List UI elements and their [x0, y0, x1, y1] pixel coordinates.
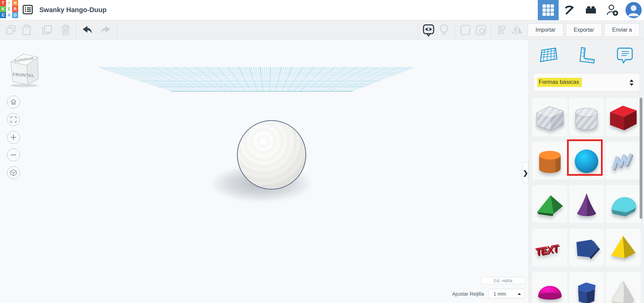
- cylinder-shape-icon: [532, 142, 567, 179]
- polygon-shape-icon: [569, 229, 604, 266]
- logo-tile-R: R: [12, 6, 18, 12]
- shape-tile-roof[interactable]: [532, 185, 567, 223]
- panel-scrollbar[interactable]: [640, 98, 642, 219]
- tools-group: Importar Exportar Enviar a: [415, 20, 640, 39]
- design-title[interactable]: Swanky Hango-Duup: [39, 6, 107, 14]
- text-shape-icon: TEXT TEXT: [532, 229, 567, 266]
- panel-tools: [529, 43, 644, 67]
- zoom-out-button[interactable]: [7, 148, 20, 161]
- snap-grid-value: 1 mm: [493, 291, 506, 297]
- export-button[interactable]: Exportar: [566, 23, 602, 37]
- workplane-tool-button[interactable]: [534, 43, 563, 67]
- workplane-view-button[interactable]: [421, 22, 436, 38]
- shape-category-select[interactable]: Formas básicas: [533, 73, 640, 92]
- fit-view-button[interactable]: [7, 113, 20, 126]
- logo-tile-K: K: [0, 6, 6, 12]
- add-person-button[interactable]: [602, 0, 623, 20]
- grid-tiles-icon: [542, 4, 554, 16]
- paraboloid-shape-icon: [606, 272, 641, 303]
- paste-button[interactable]: [19, 22, 34, 38]
- logo-tile-C: C: [0, 12, 6, 18]
- panel-collapse-handle[interactable]: ❯: [523, 162, 528, 183]
- workplane-grid[interactable]: [98, 67, 417, 92]
- zoom-out-icon: [9, 151, 17, 159]
- perspective-icon: [9, 168, 18, 177]
- shape-tile-paraboloid[interactable]: [606, 272, 641, 303]
- edit-grid-button[interactable]: Ed. rejilla: [481, 277, 525, 284]
- hex-prism-shape-icon: [569, 272, 604, 303]
- account-avatar[interactable]: [623, 0, 644, 20]
- notes-tool-button[interactable]: [610, 43, 639, 67]
- perspective-toggle-button[interactable]: [7, 166, 20, 179]
- shape-tile-box[interactable]: [606, 98, 641, 136]
- align-icon: [495, 24, 508, 36]
- shape-category-value: Formas básicas: [537, 78, 582, 87]
- workplane-view-icon: [421, 23, 436, 37]
- shape-tile-pyramid[interactable]: [606, 229, 641, 266]
- minecraft-export-button[interactable]: [559, 0, 580, 20]
- sphere-object[interactable]: [237, 120, 306, 190]
- zoom-in-button[interactable]: [7, 131, 20, 144]
- separator: [418, 20, 418, 40]
- shape-tile-hex-prism[interactable]: [569, 272, 604, 303]
- pyramid-shape-icon: [606, 229, 641, 266]
- shapes-panel: Formas básicas TEXT TEXT: [528, 40, 644, 303]
- copy-button[interactable]: [3, 22, 19, 38]
- fit-view-icon: [9, 115, 17, 124]
- home-view-button[interactable]: [7, 96, 20, 108]
- ruler-tool-button[interactable]: [572, 43, 601, 67]
- header-actions: [538, 0, 644, 20]
- shape-tile-round-roof[interactable]: [606, 185, 641, 223]
- shape-gallery: TEXT TEXT: [532, 98, 641, 303]
- trash-icon: [59, 23, 72, 37]
- shape-tile-box-hole[interactable]: [532, 98, 567, 136]
- light-bulb-icon: [437, 23, 451, 37]
- shape-tile-sphere[interactable]: [569, 142, 604, 179]
- notes-tool-icon: [615, 45, 634, 65]
- brick-export-button[interactable]: [580, 0, 602, 20]
- dashboard-grid-button[interactable]: [538, 0, 559, 20]
- my-designs-list-icon[interactable]: [22, 5, 34, 15]
- import-button[interactable]: Importar: [528, 23, 563, 37]
- clipboard-group: [0, 20, 120, 39]
- hole-shape-icon: [474, 23, 487, 37]
- undo-button[interactable]: [79, 22, 94, 38]
- light-bulb-button[interactable]: [436, 22, 452, 38]
- view-cube[interactable]: SUPERIOR FRONTAL: [7, 50, 41, 88]
- shape-tile-polygon[interactable]: [569, 229, 604, 266]
- delete-button[interactable]: [58, 22, 73, 38]
- shape-tile-text[interactable]: TEXT TEXT: [532, 229, 567, 266]
- box-shape-icon: [606, 98, 641, 136]
- select-arrows-icon: [629, 79, 634, 87]
- logo-tile-D: D: [12, 12, 18, 18]
- separator: [76, 20, 76, 40]
- shape-tile-scribble[interactable]: [606, 142, 641, 179]
- align-button[interactable]: [494, 22, 510, 38]
- duplicate-button[interactable]: [39, 22, 54, 38]
- copy-icon: [5, 24, 17, 36]
- separator: [454, 20, 455, 40]
- hole-shape-button[interactable]: [473, 22, 488, 38]
- shape-tile-cylinder-hole[interactable]: [569, 98, 604, 136]
- logo-tile-A: A: [6, 12, 12, 18]
- caret-up-icon: [518, 293, 521, 295]
- add-person-icon: [605, 3, 619, 17]
- ruler-tool-icon: [577, 45, 596, 65]
- lego-brick-icon: [584, 3, 598, 17]
- redo-button[interactable]: [98, 22, 114, 38]
- redo-icon: [99, 23, 113, 37]
- paste-icon: [20, 24, 33, 36]
- viewport-3d[interactable]: SUPERIOR FRONTAL: [0, 40, 528, 303]
- tinkercad-logo[interactable]: TINKERCAD: [0, 0, 18, 18]
- shape-tile-cone[interactable]: [569, 185, 604, 223]
- logo-tile-I: I: [6, 0, 12, 6]
- send-to-button[interactable]: Enviar a: [604, 23, 640, 37]
- avatar-icon: [625, 1, 642, 19]
- shape-tile-half-sphere[interactable]: [532, 272, 567, 303]
- solid-shape-button[interactable]: [457, 22, 473, 38]
- snap-grid-select[interactable]: 1 mm: [488, 289, 525, 298]
- solid-shape-icon: [458, 23, 472, 37]
- duplicate-icon: [40, 23, 53, 37]
- mirror-button[interactable]: [510, 22, 525, 38]
- shape-tile-cylinder[interactable]: [532, 142, 567, 179]
